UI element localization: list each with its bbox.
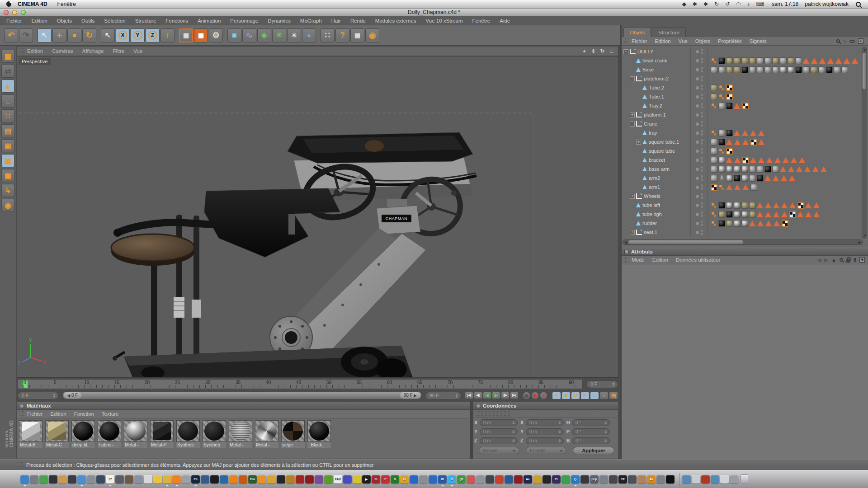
tag-cone-icon[interactable]: [718, 175, 725, 182]
dock-red-pencil[interactable]: [495, 475, 504, 483]
expand-toggle[interactable]: +: [630, 113, 635, 117]
tag-tri-icon[interactable]: [805, 211, 811, 217]
tag-texk-icon[interactable]: [788, 57, 794, 64]
render-visibility-dot[interactable]: [701, 215, 703, 217]
tag-tex-icon[interactable]: [718, 66, 725, 73]
object-row-arm2[interactable]: arm2: [622, 174, 864, 183]
tree-horizontal-scrollbar[interactable]: ◀ ▶: [623, 239, 863, 245]
app-menu-fen-tre[interactable]: Fenêtre: [472, 18, 491, 23]
tag-sphB-icon[interactable]: [764, 166, 771, 173]
dock-contacts[interactable]: [58, 475, 67, 483]
expand-toggle[interactable]: -: [630, 122, 635, 127]
tag-sphB-icon[interactable]: [726, 130, 733, 136]
object-label[interactable]: tube left: [642, 202, 660, 208]
window-titlebar[interactable]: Dolly_Chapman.c4d *: [0, 9, 868, 16]
tag-tri-icon[interactable]: [757, 211, 763, 217]
app-menu-fichier[interactable]: Fichier: [6, 18, 22, 23]
render-visibility-dot[interactable]: [701, 97, 703, 99]
last-tool-used[interactable]: ↖: [101, 28, 115, 42]
record-keyframe-button[interactable]: ◉: [531, 392, 539, 399]
object-label[interactable]: Wheels: [644, 193, 660, 199]
material-thumbnail[interactable]: [203, 420, 226, 442]
tag-sphS-icon[interactable]: [780, 66, 787, 73]
tag-sphB-icon[interactable]: [741, 66, 748, 73]
object-label[interactable]: platform 1: [644, 112, 666, 117]
tag-tri-icon[interactable]: [799, 157, 805, 163]
tag-dots-icon[interactable]: [718, 184, 725, 191]
volume-icon[interactable]: ♪: [747, 1, 750, 7]
editor-visibility-dot[interactable]: [696, 150, 699, 153]
coord-field-x[interactable]: 0 m: [526, 419, 564, 426]
tag-tri-icon[interactable]: [804, 166, 811, 172]
material-thumbnail[interactable]: [255, 420, 278, 442]
app-menu-animation[interactable]: Animation: [198, 18, 221, 23]
object-label[interactable]: Tray.2: [649, 103, 662, 108]
coord-field-x[interactable]: 0 m: [480, 419, 518, 426]
dock-notebook[interactable]: [486, 475, 494, 483]
tag-sphS-icon[interactable]: [734, 202, 741, 209]
dock-illustrator[interactable]: Ai: [647, 475, 656, 483]
expand-toggle[interactable]: +: [636, 140, 641, 145]
dock-blender[interactable]: [258, 475, 266, 483]
material-metal[interactable]: Metal -: [229, 420, 255, 448]
render-visibility-dot[interactable]: [701, 115, 703, 117]
add-layer-icon[interactable]: +: [858, 38, 863, 44]
objects-menu-fichier[interactable]: Fichier: [632, 38, 647, 44]
tag-sphS-icon[interactable]: [734, 166, 741, 173]
tag-sphS-icon[interactable]: [726, 166, 733, 173]
render-visibility-dot[interactable]: [701, 103, 703, 105]
timeline-ruler[interactable]: 051015202530354045505560657075808590: [18, 379, 583, 389]
scroll-down-icon[interactable]: ▼: [863, 234, 867, 238]
viewport-3d-view[interactable]: Perspective: [17, 56, 618, 378]
coord-field-b[interactable]: 0 °: [572, 437, 610, 444]
render-settings-button[interactable]: ⚙: [209, 28, 223, 42]
timeline-range-slider[interactable]: ◀ 0 F 90 F ▶: [62, 391, 422, 399]
app-menu-s-lection[interactable]: Sélection: [104, 18, 125, 23]
menubar-app-name[interactable]: CINEMA 4D: [18, 1, 47, 7]
tag-tex-icon[interactable]: [750, 184, 757, 191]
tag-sphB-icon[interactable]: [734, 175, 741, 182]
search-icon[interactable]: [840, 258, 843, 262]
panel-icon[interactable]: [20, 404, 24, 408]
tag-dots-icon[interactable]: [711, 211, 717, 218]
tag-tri-icon[interactable]: [811, 58, 817, 64]
editor-visibility-dot[interactable]: [696, 95, 699, 99]
attributes-menu-donn-es-utilisateur[interactable]: Données utilisateur: [676, 257, 720, 263]
dock-premiere[interactable]: Pr: [552, 475, 561, 483]
play-backward-button[interactable]: ◀: [483, 392, 491, 399]
viewport-camera-label[interactable]: Perspective: [19, 58, 51, 65]
dock-fax[interactable]: FAX: [334, 475, 342, 483]
object-row-tray[interactable]: tray: [622, 128, 864, 137]
tag-tex-icon[interactable]: [780, 57, 787, 64]
editor-visibility-dot[interactable]: [696, 50, 699, 53]
viewport-menu-affichage[interactable]: Affichage: [82, 48, 104, 54]
render-visibility-dot[interactable]: [701, 178, 703, 181]
scroll-right-icon[interactable]: ▶: [859, 240, 861, 245]
tag-sphS-icon[interactable]: [741, 166, 748, 173]
rotate-view-icon[interactable]: ↻: [599, 48, 606, 55]
material-thumbnail[interactable]: [71, 420, 95, 442]
expand-toggle[interactable]: +: [630, 194, 635, 199]
menubar-clock[interactable]: sam. 17:18: [772, 1, 798, 7]
object-row-tube-left[interactable]: tube left: [622, 201, 864, 210]
material-siege[interactable]: siege: [281, 420, 307, 448]
object-label[interactable]: Base: [642, 67, 654, 72]
dock-utility[interactable]: [125, 475, 133, 483]
tag-texk-icon[interactable]: [749, 202, 756, 209]
scrollbar-thumb[interactable]: [863, 53, 866, 89]
tag-texk-icon[interactable]: [718, 211, 725, 218]
tag-tri-icon[interactable]: [734, 139, 741, 145]
object-label[interactable]: rudder: [642, 221, 657, 226]
tag-tri-icon[interactable]: [819, 58, 826, 64]
tag-texk-icon[interactable]: [734, 66, 741, 73]
tag-tri-icon[interactable]: [726, 157, 732, 163]
object-row-base[interactable]: Base: [622, 65, 864, 74]
model-mode-button[interactable]: ▲: [1, 80, 14, 93]
tag-tri-icon[interactable]: [757, 221, 764, 226]
tag-tri-icon[interactable]: [758, 157, 764, 163]
tag-tri-icon[interactable]: [758, 130, 764, 136]
object-row-rudder[interactable]: rudder: [622, 219, 864, 228]
tag-checker-icon[interactable]: [750, 139, 757, 145]
dock-trash[interactable]: [741, 474, 748, 484]
material-thumbnail[interactable]: [98, 420, 121, 442]
